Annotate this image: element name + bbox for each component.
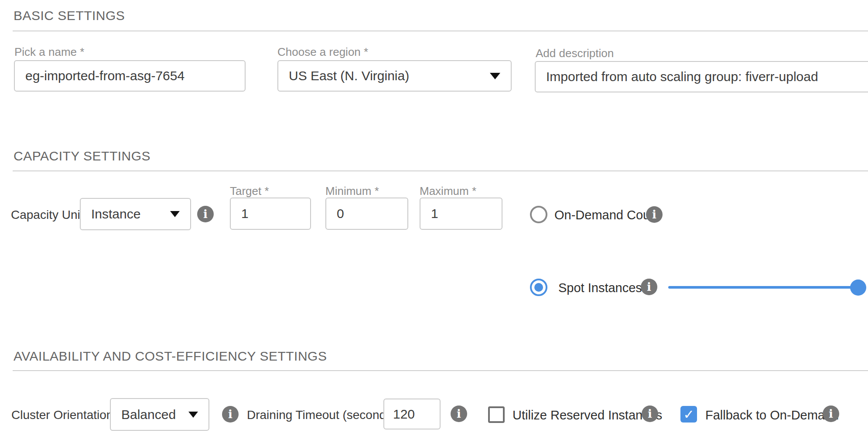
caret-down-icon — [188, 412, 198, 418]
capacity-unit-select[interactable]: Instance — [80, 198, 191, 230]
basic-settings-divider — [13, 31, 868, 31]
utilize-reserved-instances-label[interactable]: Utilize Reserved Instances — [513, 408, 662, 423]
capacity-unit-info-icon[interactable]: i — [197, 206, 214, 222]
target-input[interactable] — [230, 198, 311, 230]
cluster-orientation-select-value: Balanced — [121, 407, 176, 422]
region-select[interactable]: US East (N. Virginia) — [277, 60, 512, 92]
on-demand-count-radio[interactable] — [530, 206, 547, 223]
name-field-label: Pick a name * — [14, 45, 84, 59]
description-input[interactable] — [535, 61, 868, 92]
cluster-orientation-info-icon[interactable]: i — [222, 406, 239, 423]
on-demand-count-info-icon[interactable]: i — [646, 206, 663, 223]
minimum-input[interactable] — [325, 198, 408, 230]
cluster-orientation-label: Cluster Orientation — [11, 408, 113, 422]
fallback-on-demand-label[interactable]: Fallback to On-Demand — [705, 408, 839, 423]
utilize-reserved-instances-info-icon[interactable]: i — [642, 406, 658, 422]
region-select-value: US East (N. Virginia) — [289, 68, 409, 83]
capacity-settings-title: CAPACITY SETTINGS — [14, 149, 150, 164]
fallback-on-demand-info-icon[interactable]: i — [823, 406, 839, 422]
draining-timeout-input[interactable] — [383, 399, 441, 429]
utilize-reserved-instances-checkbox[interactable] — [488, 406, 505, 423]
capacity-unit-label: Capacity Unit — [11, 208, 84, 222]
spot-instances-info-icon[interactable]: i — [641, 279, 657, 295]
cluster-orientation-select[interactable]: Balanced — [110, 398, 209, 431]
basic-settings-title: BASIC SETTINGS — [14, 8, 125, 23]
fallback-on-demand-checkbox[interactable]: ✓ — [680, 406, 697, 423]
maximum-field-label: Maximum * — [420, 184, 476, 198]
name-input[interactable] — [14, 60, 246, 92]
availability-settings-title: AVAILABILITY AND COST-EFFICIENCY SETTING… — [14, 349, 327, 364]
spot-instances-radio[interactable] — [530, 279, 547, 296]
region-field-label: Choose a region * — [277, 45, 368, 59]
draining-timeout-label: Draining Timeout (seconds) — [247, 408, 396, 422]
spot-percentage-slider-handle[interactable] — [850, 279, 866, 296]
target-field-label: Target * — [230, 184, 269, 198]
caret-down-icon — [170, 211, 180, 217]
maximum-input[interactable] — [420, 198, 502, 230]
on-demand-count-label[interactable]: On-Demand Count — [554, 208, 660, 222]
draining-timeout-info-icon[interactable]: i — [451, 406, 467, 422]
capacity-unit-select-value: Instance — [91, 207, 140, 222]
caret-down-icon — [490, 73, 500, 79]
minimum-field-label: Minimum * — [325, 184, 379, 198]
capacity-settings-divider — [13, 170, 868, 171]
spot-percentage-slider-track[interactable] — [668, 286, 858, 289]
description-field-label: Add description — [536, 47, 614, 60]
availability-settings-divider — [13, 370, 868, 371]
